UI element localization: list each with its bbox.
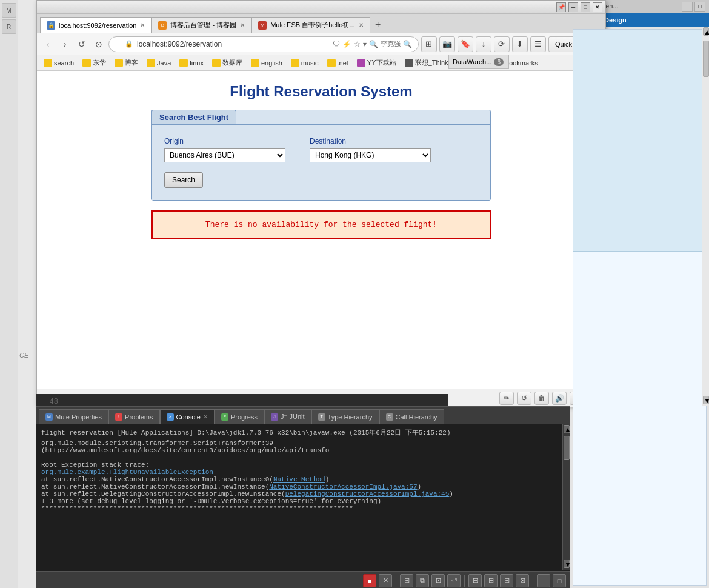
- bookmark-icon[interactable]: 🔖: [458, 36, 473, 52]
- star-icon[interactable]: ☆: [354, 40, 361, 48]
- window-controls: 📌 ─ □ ✕: [556, 2, 602, 12]
- screenshot-icon[interactable]: 📷: [439, 36, 455, 52]
- minimize-panel-btn[interactable]: ─: [537, 574, 550, 587]
- console-icon: >: [167, 413, 174, 421]
- view-btn-3[interactable]: ⊟: [500, 574, 513, 587]
- bottom-tab-type-hierarchy[interactable]: T Type Hierarchy: [311, 409, 379, 424]
- bookmark-label: Java: [157, 59, 171, 67]
- bottom-tab-problems[interactable]: ! Problems: [108, 409, 159, 424]
- bookmark-java[interactable]: Java: [143, 56, 175, 70]
- word-wrap-button[interactable]: ⏎: [447, 574, 461, 587]
- bookmark-english[interactable]: english: [247, 56, 286, 70]
- ide-right-minimize[interactable]: ─: [682, 2, 693, 12]
- tab-close-1[interactable]: ✕: [140, 22, 145, 28]
- delegating-constructor-link[interactable]: DelegatingConstructorAccessorImpl.java:4…: [285, 490, 450, 498]
- view-btn-4[interactable]: ⊠: [516, 574, 529, 587]
- bookmark-linux[interactable]: linux: [176, 56, 207, 70]
- native-method-link[interactable]: Native Method: [273, 476, 325, 483]
- down-icon[interactable]: ▾: [363, 40, 367, 48]
- new-tab-button[interactable]: +: [370, 17, 386, 33]
- sync-icon[interactable]: ⟳: [494, 36, 510, 52]
- bookmark-yy[interactable]: YY下载站: [353, 56, 400, 70]
- tab-close-3[interactable]: ✕: [359, 22, 364, 28]
- bookmark-music[interactable]: music: [287, 56, 322, 70]
- tab-favicon-2: B: [158, 21, 167, 30]
- datawarehouse-tab[interactable]: DataWareh... 6: [448, 55, 509, 69]
- refresh-button[interactable]: ↺: [75, 37, 89, 52]
- address-bar[interactable]: 🔒 localhost:9092/reservation 🛡 ⚡ ☆ ▾ 🔍 李…: [108, 36, 419, 52]
- console-close[interactable]: ✕: [203, 413, 208, 420]
- bottom-tab-console[interactable]: > Console ✕: [160, 409, 215, 424]
- console-scrollbar-down[interactable]: ▼: [564, 560, 570, 568]
- bottom-tab-junit[interactable]: J J⁻ JUnit: [264, 409, 311, 424]
- tab-close-2[interactable]: ✕: [240, 22, 245, 28]
- mule-props-label: Mule Properties: [55, 413, 102, 421]
- ide-scrollbar-thumb[interactable]: [703, 41, 709, 77]
- destination-group: Destination Hong Kong (HKG) London (LHR)…: [310, 137, 431, 162]
- terminate-button[interactable]: ✕: [379, 574, 392, 587]
- bottom-tab-mule-props[interactable]: M Mule Properties: [39, 409, 108, 424]
- junit-label: J⁻ JUnit: [281, 413, 305, 421]
- bookmark-donghua[interactable]: 东华: [79, 56, 110, 70]
- origin-select[interactable]: Buenos Aires (BUE) London (LHR) New York…: [164, 148, 285, 162]
- bookmark-db[interactable]: 数据库: [208, 56, 246, 70]
- annotate-btn[interactable]: ✏: [499, 392, 514, 405]
- menu-icon[interactable]: ☰: [530, 36, 546, 52]
- view-btn-1[interactable]: ⊟: [468, 574, 482, 587]
- stop-button[interactable]: ■: [363, 574, 376, 587]
- scroll-lock-button[interactable]: ⊡: [431, 574, 445, 587]
- refresh-page-btn[interactable]: ↺: [517, 392, 531, 405]
- console-scrollbar-up[interactable]: ▲: [564, 425, 570, 433]
- origin-group: Origin Buenos Aires (BUE) London (LHR) N…: [164, 137, 285, 162]
- exception-class-link[interactable]: org.mule.example.FlightUnavailableExcept…: [41, 469, 213, 476]
- error-message: There is no availability for the selecte…: [205, 220, 437, 229]
- maximize-panel-btn[interactable]: □: [553, 574, 566, 587]
- ide-right-maximize[interactable]: □: [694, 2, 705, 12]
- copy-button[interactable]: ⧉: [416, 574, 429, 587]
- ide-right-controls: ─ □: [682, 2, 705, 12]
- search-button[interactable]: Search: [164, 172, 203, 188]
- toolbar-divider-2: [464, 575, 465, 587]
- pin-button[interactable]: 📌: [556, 2, 566, 12]
- bottom-tab-progress[interactable]: P Progress: [215, 409, 264, 424]
- console-scrollbar[interactable]: ▲ ▼: [562, 424, 570, 570]
- maximize-button[interactable]: □: [581, 2, 590, 12]
- browser-tab-3[interactable]: M Mule ESB 自带例子hello初... ✕: [251, 17, 370, 33]
- close-button[interactable]: ✕: [593, 2, 602, 12]
- grid-icon[interactable]: ⊞: [421, 36, 437, 52]
- destination-select[interactable]: Hong Kong (HKG) London (LHR) New York (J…: [310, 148, 431, 162]
- delete-btn[interactable]: 🗑: [534, 392, 549, 405]
- native-constructor-link[interactable]: NativeConstructorAccessorImpl.java:57: [269, 483, 417, 490]
- browser-tab-1[interactable]: 🔒 localhost:9092/reservation ✕: [40, 17, 151, 33]
- ide-sidebar-btn-1[interactable]: M: [2, 3, 16, 18]
- forward-button[interactable]: ›: [58, 37, 72, 52]
- back-button[interactable]: ‹: [41, 37, 55, 52]
- address-bar-icons: 🛡 ⚡ ☆ ▾ 🔍 李克强 🔍: [333, 39, 412, 48]
- home-button[interactable]: ⊙: [92, 37, 106, 52]
- ide-scrollbar-up[interactable]: ▲: [703, 27, 709, 36]
- console-scrollbar-thumb[interactable]: [564, 436, 570, 460]
- bottom-tab-call-hierarchy[interactable]: C Call Hierarchy: [379, 409, 444, 424]
- ide-sidebar-btn-2[interactable]: R: [2, 19, 16, 34]
- bookmark-blog[interactable]: 博客: [111, 56, 142, 70]
- clear-button[interactable]: ⊞: [400, 574, 413, 587]
- bookmark-net[interactable]: .net: [324, 56, 352, 70]
- tab-label-3: Mule ESB 自带例子hello初...: [270, 21, 354, 30]
- minimize-button[interactable]: ─: [568, 2, 578, 12]
- bookmark-search[interactable]: search: [40, 56, 78, 70]
- download-icon[interactable]: ↓: [476, 36, 491, 52]
- download-btn[interactable]: ⬇: [512, 36, 528, 52]
- ide-right-scrollbar[interactable]: ▲ ▼: [702, 27, 709, 406]
- bookmark-folder-icon: [115, 59, 123, 67]
- browser-tab-2[interactable]: B 博客后台管理 - 博客园 ✕: [151, 17, 251, 33]
- search-icon-2[interactable]: 🔍: [403, 40, 412, 48]
- audio-btn[interactable]: 🔊: [552, 392, 567, 405]
- panel-tab[interactable]: Search Best Flight: [151, 110, 236, 124]
- origin-label: Origin: [164, 137, 285, 145]
- bookmark-folder-icon: [251, 59, 259, 67]
- bookmark-folder-icon: [212, 59, 221, 67]
- search-icon: 🔍: [369, 40, 378, 48]
- ide-scrollbar-down[interactable]: ▼: [703, 396, 709, 404]
- view-btn-2[interactable]: ⊞: [484, 574, 498, 587]
- console-root-exception: Root Exception stack trace:: [41, 461, 565, 469]
